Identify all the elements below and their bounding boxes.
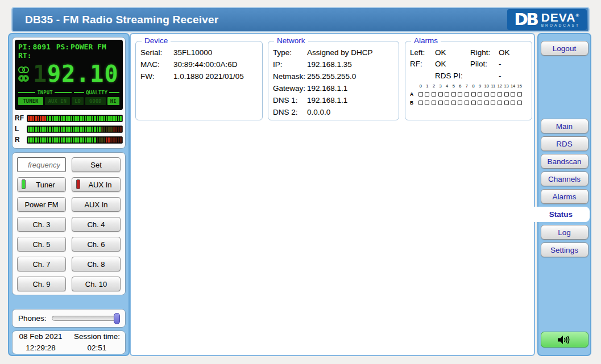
aux-in-indicator: AUX IN (45, 97, 70, 105)
meter-segment (44, 127, 46, 132)
tuner-controls-box: Set TunerAUX InPower FMAUX InCh. 3Ch. 4C… (12, 152, 126, 295)
meter-segment (61, 127, 63, 132)
alarm-status-row: RDS PI:- (410, 70, 527, 82)
phones-volume-thumb[interactable] (114, 313, 120, 324)
meter-segment (56, 137, 58, 143)
alarms-panel-legend: Alarms (411, 36, 441, 45)
sidebar-item-log[interactable]: Log (541, 225, 588, 240)
sidebar-item-settings[interactable]: Settings (541, 242, 588, 257)
alarm-b-checkbox-7 (465, 101, 469, 105)
meter-segment (92, 137, 93, 143)
meter-segment (87, 137, 89, 143)
ps-label: PS: (56, 43, 69, 51)
lcd-indicators: TUNERAUX INLOGOODHI (18, 97, 119, 105)
meter-segment (52, 127, 53, 132)
alarm-b-checkbox-12 (498, 101, 502, 105)
meter-segment (75, 137, 77, 143)
alarm-status-label: Left: (410, 47, 435, 58)
source-led (76, 179, 80, 189)
alarm-a-checkbox-0 (418, 92, 423, 97)
sidebar-item-rds[interactable]: RDS (541, 136, 588, 151)
phones-volume-slider[interactable] (52, 316, 119, 321)
alarm-status-value: OK (435, 58, 470, 70)
meter-segment (52, 137, 53, 143)
meter-segment (80, 116, 81, 121)
preset-button-ch-8[interactable]: Ch. 8 (72, 257, 121, 271)
meter-segment (108, 116, 110, 121)
sidebar-item-channels[interactable]: Channels (541, 171, 588, 186)
page-title: DB35 - FM Radio Streaming Receiver (13, 14, 218, 26)
network-row-label: Type: (273, 47, 307, 59)
alarm-status-label: RDS PI: (435, 70, 470, 82)
alarm-b-checkbox-5 (451, 101, 456, 105)
preset-button-ch-5[interactable]: Ch. 5 (17, 237, 66, 252)
alarm-b-checkbox-14 (511, 101, 515, 105)
meter-segment (61, 137, 63, 143)
l-meter-bar (27, 125, 123, 133)
session-time: Session time: 02:51 (69, 331, 125, 353)
alarm-checkbox-rows: AB (410, 91, 527, 106)
preset-button-ch-7[interactable]: Ch. 7 (17, 257, 66, 271)
alarm-channel-number: 15 (516, 83, 523, 89)
sidebar-item-main[interactable]: Main (541, 119, 588, 133)
meter-segment (106, 127, 107, 132)
preset-button-power-fm[interactable]: Power FM (17, 197, 66, 212)
alarm-status-value: OK (435, 47, 470, 58)
device-info-row: MAC:30:89:44:00:0A:6D (140, 59, 258, 71)
alarm-status-row: Left:OKRight:OK (410, 47, 527, 58)
meter-segment (120, 137, 122, 143)
source-led (22, 179, 26, 189)
pi-value: 8091 (32, 43, 50, 51)
sidebar-item-status[interactable]: Status (532, 207, 590, 222)
meter-segment (115, 116, 117, 121)
l-meter-row: L (15, 125, 123, 133)
meter-segment (42, 137, 44, 143)
meter-segment (80, 127, 81, 132)
preset-button-ch-10[interactable]: Ch. 10 (72, 277, 121, 291)
source-button-tuner[interactable]: Tuner (17, 177, 66, 192)
set-frequency-button[interactable]: Set (72, 157, 121, 172)
alarm-channel-number: 0 (417, 83, 424, 89)
input-section-label: INPUT (18, 89, 74, 95)
frequency-leading-digit: 1 (33, 61, 47, 87)
network-info-row: DNS 1:192.168.1.1 (273, 95, 394, 107)
meter-segment (66, 137, 68, 143)
rf-meter-bar (27, 115, 123, 122)
preset-button-ch-3[interactable]: Ch. 3 (17, 217, 66, 232)
listen-button[interactable] (541, 332, 588, 348)
alarm-b-checkbox-9 (478, 101, 482, 105)
source-button-aux-in[interactable]: AUX In (72, 177, 121, 192)
preset-button-aux-in[interactable]: AUX In (72, 197, 121, 212)
device-row-value: 30:89:44:00:0A:6D (173, 59, 258, 71)
device-info-row: Serial:35FL10000 (140, 47, 258, 59)
alarm-a-checkbox-7 (465, 92, 469, 97)
sidebar-item-bandscan[interactable]: Bandscan (541, 154, 588, 169)
mono-indicator-icon (18, 75, 33, 82)
preset-button-ch-6[interactable]: Ch. 6 (72, 237, 121, 252)
logout-button[interactable]: Logout (541, 41, 588, 56)
pi-label: PI: (18, 43, 31, 51)
l-meter-label: L (15, 125, 27, 133)
alarm-a-checkbox-1 (425, 92, 429, 97)
sidebar-item-alarms[interactable]: Alarms (541, 189, 588, 204)
good-indicator: GOOD (85, 97, 105, 105)
meter-segment (38, 137, 39, 143)
frequency-input[interactable] (17, 157, 66, 172)
lcd-rt-line: RT: (18, 51, 119, 60)
main-content: Device Serial:35FL10000MAC:30:89:44:00:0… (130, 33, 535, 356)
meter-segment (94, 127, 96, 132)
meter-segment (118, 116, 119, 121)
network-row-value: 192.168.1.1 (307, 83, 394, 95)
meter-segment (103, 137, 105, 143)
alarm-status-row: RF:OKPilot:- (410, 58, 527, 70)
preset-button-ch-9[interactable]: Ch. 9 (17, 277, 66, 291)
meter-segment (113, 116, 115, 121)
meter-segment (89, 127, 91, 132)
meter-segment (71, 137, 72, 143)
meter-segment (66, 127, 68, 132)
preset-button-ch-4[interactable]: Ch. 4 (72, 217, 121, 232)
alarm-a-checkbox-15 (517, 92, 522, 97)
meter-segment (106, 116, 107, 121)
alarm-status-spacer (410, 70, 435, 82)
session-time-label: Session time: (69, 331, 125, 342)
